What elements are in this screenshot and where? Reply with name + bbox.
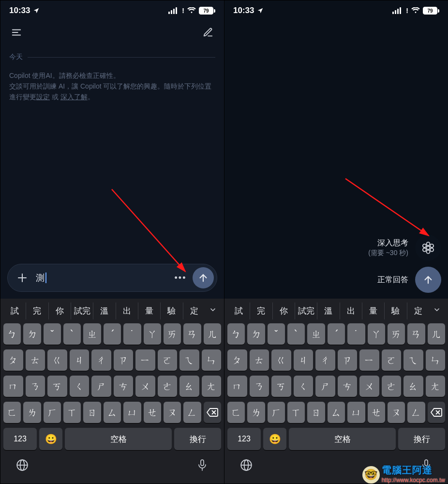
key[interactable]: ㄅ (3, 323, 21, 345)
key[interactable]: ㄍ (271, 349, 291, 371)
key[interactable]: ㄕ (91, 376, 111, 397)
suggestion[interactable]: 定 (407, 302, 429, 319)
suggestion[interactable]: 量 (138, 302, 160, 319)
key[interactable]: ㄋ (250, 376, 269, 397)
key[interactable]: ˙ (347, 323, 365, 345)
key[interactable]: ㄥ (407, 402, 425, 423)
suggestion[interactable]: 試 (228, 302, 250, 319)
suggestion[interactable]: 試 (4, 302, 26, 319)
key[interactable]: ㄜ (158, 376, 178, 397)
prompt-input[interactable]: 測 (36, 268, 168, 287)
backspace-key[interactable] (204, 402, 221, 423)
numeric-key[interactable]: 123 (3, 428, 37, 450)
key[interactable]: ㄐ (294, 349, 314, 371)
key[interactable]: ㄗ (114, 349, 134, 371)
key[interactable]: ㄜ (382, 376, 402, 397)
mic-key[interactable] (194, 456, 211, 474)
key[interactable]: ㄉ (247, 323, 265, 345)
key[interactable]: ㄌ (247, 402, 265, 423)
key[interactable]: ㄒ (63, 402, 81, 423)
more-button[interactable]: ••• (172, 270, 189, 286)
key[interactable]: ㄙ (328, 402, 345, 423)
key[interactable]: ㄤ (202, 376, 222, 397)
key[interactable]: ㄚ (144, 323, 161, 345)
collapse-suggestions[interactable] (205, 306, 221, 316)
suggestion[interactable]: 驗 (160, 302, 182, 319)
collapse-suggestions[interactable] (429, 306, 445, 316)
key[interactable]: ㄞ (388, 323, 405, 345)
key[interactable]: ㄨ (359, 376, 379, 397)
key[interactable]: ㄘ (338, 376, 358, 397)
suggestion[interactable]: 定 (183, 302, 205, 319)
key[interactable]: ㄞ (164, 323, 181, 345)
key[interactable]: ㄝ (368, 402, 385, 423)
key[interactable]: ˇ (44, 323, 61, 345)
closekey[interactable]: ˋ (287, 323, 305, 345)
key[interactable]: ㄛ (158, 349, 178, 371)
key[interactable]: ㄑ (70, 376, 90, 397)
space-key[interactable]: 空格 (65, 428, 172, 450)
key[interactable]: ㄩ (347, 402, 365, 423)
key[interactable]: ㄤ (426, 376, 446, 397)
key[interactable]: ㄦ (204, 323, 221, 345)
space-key[interactable]: 空格 (289, 428, 396, 450)
key[interactable]: ㄖ (307, 402, 325, 423)
globe-key[interactable] (14, 456, 31, 474)
key[interactable]: ㄋ (26, 376, 45, 397)
suggestion[interactable]: 試完 (295, 302, 317, 319)
suggestion[interactable]: 溫 (317, 302, 339, 319)
globe-key[interactable] (238, 456, 255, 474)
key[interactable]: ㄣ (202, 349, 222, 371)
key[interactable]: ㄈ (3, 402, 21, 423)
key[interactable]: ㄌ (23, 402, 41, 423)
key[interactable]: ˙ (123, 323, 141, 345)
key[interactable]: ˇ (268, 323, 285, 345)
key[interactable]: ㄝ (144, 402, 161, 423)
compose-button[interactable] (200, 24, 216, 41)
return-key[interactable]: 換行 (174, 428, 221, 450)
key[interactable]: ㄑ (294, 376, 314, 397)
backspace-key[interactable] (428, 402, 445, 423)
key[interactable]: ˋ (63, 323, 81, 345)
key[interactable]: ㄏ (44, 402, 61, 423)
suggestion[interactable]: 出 (116, 302, 138, 319)
key[interactable]: ㄩ (123, 402, 141, 423)
key[interactable]: ㄙ (104, 402, 121, 423)
key[interactable]: ㄨ (135, 376, 155, 397)
emoji-key[interactable]: 😀 (39, 428, 62, 450)
key[interactable]: ㄊ (250, 349, 269, 371)
key[interactable]: ㄡ (388, 402, 405, 423)
key[interactable]: ㄘ (114, 376, 134, 397)
key[interactable]: ㄓ (83, 323, 101, 345)
normal-send-button[interactable] (415, 267, 441, 293)
suggestion[interactable]: 試完 (71, 302, 93, 319)
key[interactable]: ㄖ (83, 402, 101, 423)
key[interactable]: ㄆ (3, 349, 23, 371)
suggestion[interactable]: 出 (340, 302, 362, 319)
key[interactable]: ㄉ (23, 323, 41, 345)
key[interactable]: ˊ (328, 323, 345, 345)
key[interactable]: ㄦ (428, 323, 445, 345)
key[interactable]: ㄈ (227, 402, 245, 423)
key[interactable]: ㄠ (179, 376, 199, 397)
key[interactable]: ㄇ (227, 376, 247, 397)
key[interactable]: ㄓ (307, 323, 325, 345)
add-button[interactable] (13, 268, 32, 287)
key[interactable]: ˊ (104, 323, 121, 345)
key[interactable]: ㄟ (403, 349, 423, 371)
suggestion[interactable]: 完 (26, 302, 48, 319)
suggestion[interactable]: 量 (362, 302, 384, 319)
key[interactable]: ㄏ (268, 402, 285, 423)
key[interactable]: ㄒ (287, 402, 305, 423)
key[interactable]: ㄕ (315, 376, 335, 397)
key[interactable]: ㄐ (70, 349, 90, 371)
key[interactable]: ㄠ (403, 376, 423, 397)
suggestion[interactable]: 完 (250, 302, 272, 319)
key[interactable]: ㄗ (338, 349, 358, 371)
key[interactable]: ㄧ (359, 349, 379, 371)
numeric-key[interactable]: 123 (227, 428, 261, 450)
key[interactable]: ㄣ (426, 349, 446, 371)
return-key[interactable]: 換行 (398, 428, 445, 450)
link-settings[interactable]: 設定 (36, 93, 50, 101)
menu-button[interactable] (8, 24, 25, 41)
